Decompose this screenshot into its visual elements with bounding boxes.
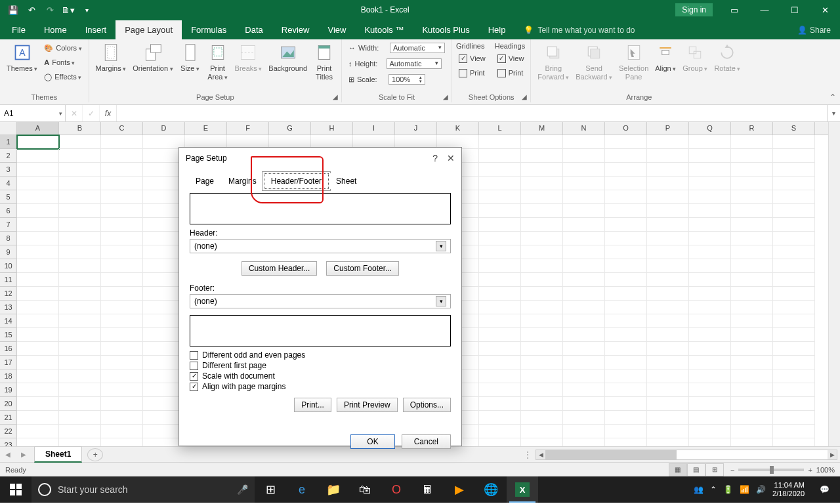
cell[interactable] xyxy=(17,397,59,411)
cell[interactable] xyxy=(17,149,59,163)
ribbon-display-icon[interactable]: ▭ xyxy=(719,0,749,20)
scroll-thumb[interactable] xyxy=(545,450,677,459)
cell[interactable] xyxy=(563,383,605,397)
margins-button[interactable]: Margins xyxy=(93,41,129,74)
cell[interactable] xyxy=(479,314,521,328)
cell[interactable] xyxy=(59,438,101,446)
cell[interactable] xyxy=(101,411,143,425)
media-player-icon[interactable]: ▶ xyxy=(444,476,475,503)
cell[interactable] xyxy=(605,232,647,245)
cell[interactable] xyxy=(59,149,101,163)
background-button[interactable]: Background xyxy=(266,41,310,74)
cell[interactable] xyxy=(647,204,689,218)
gridlines-print-checkbox[interactable]: Print xyxy=(456,66,488,80)
cell[interactable] xyxy=(689,232,731,245)
cell[interactable] xyxy=(521,314,563,328)
breaks-button[interactable]: Breaks xyxy=(232,41,265,74)
cell[interactable] xyxy=(731,149,773,163)
horizontal-scrollbar[interactable]: ◀ ▶ xyxy=(536,450,837,460)
tab-kutools[interactable]: Kutools ™ xyxy=(355,20,413,39)
column-header[interactable]: D xyxy=(143,122,185,135)
column-header[interactable]: M xyxy=(521,122,563,135)
cell[interactable] xyxy=(521,356,563,369)
formula-bar[interactable] xyxy=(117,105,827,121)
width-dropdown[interactable]: Automatic▾ xyxy=(390,43,445,53)
cell[interactable] xyxy=(605,397,647,411)
cell[interactable] xyxy=(689,259,731,273)
cell[interactable] xyxy=(689,163,731,177)
row-header[interactable]: 2 xyxy=(0,149,17,163)
cell[interactable] xyxy=(59,383,101,397)
sign-in-button[interactable]: Sign in xyxy=(675,3,713,16)
sheet-tab[interactable]: Sheet1 xyxy=(34,446,82,463)
cell[interactable] xyxy=(17,245,59,259)
cell[interactable] xyxy=(479,342,521,356)
effects-button[interactable]: ◯Effects xyxy=(41,70,84,84)
cell[interactable] xyxy=(773,177,815,190)
cell[interactable] xyxy=(521,369,563,383)
cell[interactable] xyxy=(101,342,143,356)
tab-home[interactable]: Home xyxy=(35,20,76,39)
themes-button[interactable]: A Themes xyxy=(4,41,40,74)
cell[interactable] xyxy=(59,301,101,314)
cell[interactable] xyxy=(563,438,605,446)
dialog-tab-sheet[interactable]: Sheet xyxy=(329,173,364,189)
cell[interactable] xyxy=(17,342,59,356)
new-sheet-button[interactable]: + xyxy=(87,448,103,461)
row-header[interactable]: 6 xyxy=(0,204,17,218)
dialog-tab-page[interactable]: Page xyxy=(188,173,221,189)
cell[interactable] xyxy=(731,218,773,232)
cell[interactable] xyxy=(101,356,143,369)
cell[interactable] xyxy=(479,356,521,369)
vertical-scrollbar[interactable] xyxy=(828,122,840,446)
split-handle[interactable]: ⋮ xyxy=(524,450,532,459)
cell[interactable] xyxy=(689,342,731,356)
cell[interactable] xyxy=(605,177,647,190)
cell[interactable] xyxy=(773,232,815,245)
cell[interactable] xyxy=(647,232,689,245)
cell[interactable] xyxy=(563,342,605,356)
cell[interactable] xyxy=(689,149,731,163)
cell[interactable] xyxy=(773,287,815,301)
cell[interactable] xyxy=(101,204,143,218)
cell[interactable] xyxy=(689,273,731,287)
cell[interactable] xyxy=(647,135,689,149)
height-dropdown[interactable]: Automatic▾ xyxy=(387,58,442,69)
tab-data[interactable]: Data xyxy=(236,20,272,39)
cell[interactable] xyxy=(17,369,59,383)
cell[interactable] xyxy=(563,369,605,383)
cell[interactable] xyxy=(605,383,647,397)
cell[interactable] xyxy=(773,342,815,356)
cell[interactable] xyxy=(479,369,521,383)
cell[interactable] xyxy=(773,314,815,328)
cell[interactable] xyxy=(563,356,605,369)
column-header[interactable]: H xyxy=(311,122,353,135)
send-backward-button[interactable]: Send Backward xyxy=(573,41,615,83)
row-header[interactable]: 12 xyxy=(0,287,17,301)
cell[interactable] xyxy=(521,135,563,149)
cell[interactable] xyxy=(479,438,521,446)
cell[interactable] xyxy=(59,425,101,438)
tab-kutools-plus[interactable]: Kutools Plus xyxy=(413,20,478,39)
cell[interactable] xyxy=(479,273,521,287)
cell[interactable] xyxy=(59,232,101,245)
cell[interactable] xyxy=(563,245,605,259)
ok-button[interactable]: OK xyxy=(350,434,394,449)
column-header[interactable]: J xyxy=(395,122,437,135)
cell[interactable] xyxy=(647,218,689,232)
cell[interactable] xyxy=(101,190,143,204)
cell[interactable] xyxy=(17,232,59,245)
notifications-icon[interactable]: 💬 xyxy=(811,476,837,503)
cell[interactable] xyxy=(479,425,521,438)
expand-formula-bar-icon[interactable]: ▾ xyxy=(827,105,840,121)
task-view-icon[interactable]: ⊞ xyxy=(255,476,286,503)
cell[interactable] xyxy=(101,245,143,259)
cell[interactable] xyxy=(59,177,101,190)
tab-insert[interactable]: Insert xyxy=(76,20,116,39)
column-header[interactable]: R xyxy=(731,122,773,135)
row-header[interactable]: 9 xyxy=(0,245,17,259)
column-header[interactable]: A xyxy=(17,122,59,135)
cell[interactable] xyxy=(101,369,143,383)
cell[interactable] xyxy=(479,287,521,301)
cell[interactable] xyxy=(521,438,563,446)
